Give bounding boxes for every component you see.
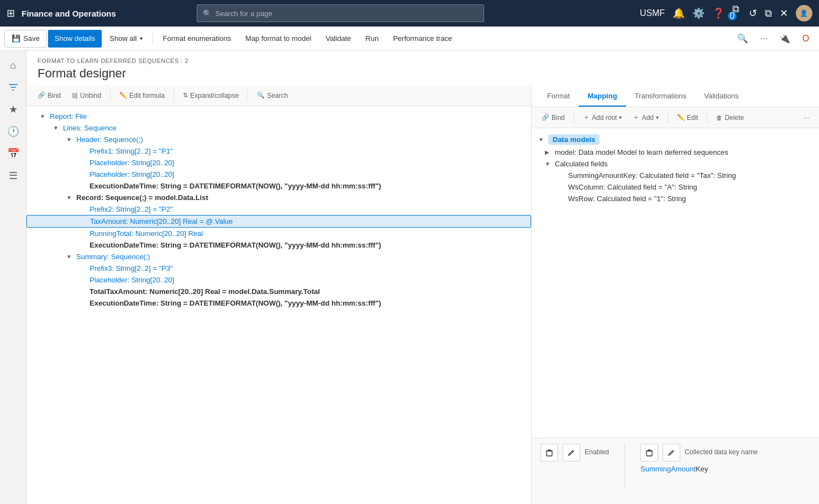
tree-item-prefix3[interactable]: Prefix3: String[2..2] = "P3" — [27, 262, 531, 274]
top-nav-icons: USMF 🔔 ⚙️ ❓ ⧉ 0 ↺ ⧉ ✕ 👤 — [640, 3, 812, 24]
delete-button[interactable]: 🗑 Delete — [712, 110, 748, 125]
tree-item-lines[interactable]: ▼ Lines: Sequence — [27, 122, 531, 134]
close-icon[interactable]: ✕ — [780, 7, 788, 19]
collected-key-edit-button[interactable] — [663, 444, 680, 461]
fmt-separator-3 — [248, 90, 248, 101]
tree-item-report[interactable]: ▼ Report: File — [27, 111, 531, 122]
tree-item-runningtotal[interactable]: RunningTotal: Numeric[20..20] Real — [27, 228, 531, 239]
search-button[interactable]: 🔍 Search — [253, 88, 292, 103]
tree-item-execdt-header[interactable]: ExecutionDateTime: String = DATETIMEFORM… — [27, 180, 531, 192]
tab-transformations[interactable]: Transformations — [626, 86, 695, 107]
unlink-icon: ⛓ — [72, 92, 78, 99]
map-item-ws-column[interactable]: WsColumn: Calculated field = "A": String — [532, 181, 819, 193]
external-link-icon[interactable]: ⧉ — [765, 8, 772, 19]
left-sidebar: ⌂ ★ 🕐 📅 ☰ — [0, 51, 27, 504]
map-format-to-model-button[interactable]: Map format to model — [239, 30, 318, 48]
add-chevron: ▾ — [656, 114, 659, 120]
enabled-delete-button[interactable] — [540, 444, 558, 461]
mapping-tabs: Format Mapping Transformations Validatio… — [532, 85, 819, 107]
org-label: USMF — [640, 8, 665, 18]
tree-item-prefix2[interactable]: Prefix2: String[2..2] = "P2" — [27, 203, 531, 215]
link-icon: 🔗 — [38, 92, 45, 99]
map-item-datamodels[interactable]: ▼ Data models — [532, 133, 819, 146]
tree-item-placeholder2[interactable]: Placeholder: String[20..20] — [27, 169, 531, 180]
unbind-button[interactable]: ⛓ Unbind — [67, 88, 106, 103]
page-title: Format designer — [38, 66, 808, 81]
tree-item-summary[interactable]: ▼ Summary: Sequence(;) — [27, 251, 531, 262]
tree-item-placeholder1[interactable]: Placeholder: String[20..20] — [27, 157, 531, 169]
save-button[interactable]: 💾 Save — [4, 30, 47, 48]
edit-map-icon: ✏️ — [677, 114, 685, 121]
settings-icon[interactable]: ⚙️ — [692, 7, 705, 19]
search-icon: 🔍 — [203, 9, 212, 18]
map-bind-button[interactable]: 🔗 Bind — [537, 110, 569, 125]
tab-mapping[interactable]: Mapping — [579, 86, 626, 107]
top-nav: ⊞ Finance and Operations 🔍 USMF 🔔 ⚙️ ❓ ⧉… — [0, 0, 819, 27]
add-root-icon: ＋ — [583, 113, 590, 122]
format-panel: 🔗 Bind ⛓ Unbind ✏️ Edit formula ⇅ — [27, 85, 532, 504]
grid-icon[interactable]: ⊞ — [7, 7, 15, 19]
key-text: Key — [696, 465, 708, 473]
map-link-icon: 🔗 — [542, 114, 549, 121]
show-details-button[interactable]: Show details — [48, 30, 102, 48]
map-triangle-model: ▶ — [545, 149, 553, 155]
tab-format[interactable]: Format — [538, 86, 579, 107]
page-search[interactable]: 🔍 — [197, 4, 484, 22]
run-button[interactable]: Run — [359, 30, 385, 48]
search-icon-button[interactable]: 🔍 — [734, 30, 752, 48]
help-icon[interactable]: ❓ — [712, 7, 725, 19]
edit-formula-button[interactable]: ✏️ Edit formula — [115, 88, 169, 103]
tree-item-totaltaxamount[interactable]: TotalTaxAmount: Numeric[20..20] Real = m… — [27, 286, 531, 297]
tree-item-taxamount[interactable]: TaxAmount: Numeric[20..20] Real = @.Valu… — [27, 215, 531, 228]
collected-key-delete-button[interactable] — [641, 444, 658, 461]
sidebar-icon-recent[interactable]: 🕐 — [3, 122, 23, 141]
enabled-section: Enabled — [540, 444, 609, 498]
tab-validations[interactable]: Validations — [695, 86, 748, 107]
more-options-button[interactable]: ··· — [755, 30, 773, 48]
svg-rect-0 — [547, 451, 552, 456]
tree-item-execdt-record[interactable]: ExecutionDateTime: String = DATETIMEFORM… — [27, 239, 531, 251]
map-separator-2 — [668, 112, 668, 123]
mapping-tree: ▼ Data models ▶ model: Data model Model … — [532, 128, 819, 438]
more-mapping-button[interactable]: ··· — [799, 110, 813, 125]
enabled-action-row: Enabled — [540, 444, 609, 461]
expand-collapse-button[interactable]: ⇅ Expand/collapse — [179, 88, 243, 103]
breadcrumb: FORMAT TO LEARN DEFERRED SEQUENCES : 2 — [38, 57, 808, 64]
show-all-button[interactable]: Show all ▾ — [103, 30, 149, 48]
tree-item-record[interactable]: ▼ Record: Sequence(;) = model.Data.List — [27, 192, 531, 203]
data-models-label: Data models — [548, 134, 600, 145]
add-root-button[interactable]: ＋ Add root ▾ — [579, 110, 626, 125]
sidebar-icon-favorites[interactable]: ★ — [3, 99, 23, 119]
refresh-icon[interactable]: ↺ — [749, 7, 757, 19]
tree-item-placeholder3[interactable]: Placeholder: String[20..20] — [27, 274, 531, 286]
enabled-edit-button[interactable] — [563, 444, 580, 461]
add-button[interactable]: ＋ Add ▾ — [628, 110, 663, 125]
map-item-model[interactable]: ▶ model: Data model Model to learn defer… — [532, 146, 819, 158]
sidebar-icon-calendar[interactable]: 📅 — [3, 144, 23, 164]
tree-triangle-summary: ▼ — [66, 254, 74, 260]
validate-button[interactable]: Validate — [319, 30, 358, 48]
sidebar-icon-home[interactable]: ⌂ — [3, 55, 23, 75]
mapping-panel: Format Mapping Transformations Validatio… — [532, 85, 819, 504]
notification-icon[interactable]: 🔔 — [673, 7, 685, 19]
bind-button[interactable]: 🔗 Bind — [33, 88, 65, 103]
collected-key-action-row: Collected data key name — [641, 444, 758, 461]
plugin-icon-button[interactable]: 🔌 — [776, 30, 794, 48]
map-item-summing-amount-key[interactable]: SummingAmountKey: Calculated field = "Ta… — [532, 170, 819, 181]
edit-button[interactable]: ✏️ Edit — [673, 110, 703, 125]
mapping-toolbar: 🔗 Bind ＋ Add root ▾ ＋ Add ▾ — [532, 107, 819, 128]
performance-trace-button[interactable]: Performance trace — [386, 30, 459, 48]
format-enumerations-button[interactable]: Format enumerations — [156, 30, 238, 48]
page-search-input[interactable] — [215, 9, 478, 18]
office-icon-button[interactable]: O — [797, 30, 815, 48]
avatar[interactable]: 👤 — [796, 5, 812, 22]
sidebar-icon-filter[interactable] — [3, 77, 23, 97]
badge: 0 — [728, 12, 737, 20]
tree-item-execdt-summary[interactable]: ExecutionDateTime: String = DATETIMEFORM… — [27, 297, 531, 309]
tree-item-prefix1[interactable]: Prefix1: String[2..2] = "P1" — [27, 145, 531, 157]
map-item-calculated-fields[interactable]: ▼ Calculated fields — [532, 158, 819, 170]
tree-item-header[interactable]: ▼ Header: Sequence(;) — [27, 134, 531, 145]
sidebar-icon-list[interactable]: ☰ — [3, 166, 23, 186]
map-item-ws-row[interactable]: WsRow: Calculated field = "1": String — [532, 193, 819, 204]
add-icon: ＋ — [633, 113, 639, 122]
